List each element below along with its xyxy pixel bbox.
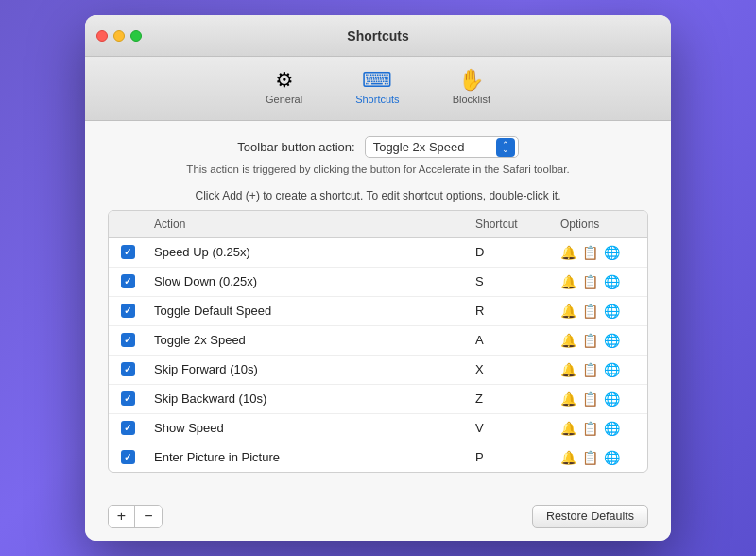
tab-general[interactable]: ⚙ General	[258, 66, 310, 109]
bell-icon-3[interactable]: 🔔	[560, 304, 576, 319]
row-check-1[interactable]	[109, 241, 146, 263]
bell-icon-1[interactable]: 🔔	[560, 245, 576, 260]
table-row: Enter Picture in Picture P 🔔 📋 🌐	[109, 443, 647, 472]
tab-blocklist-label: Blocklist	[453, 94, 490, 105]
tab-bar: ⚙ General ⌨ Shortcuts ✋ Blocklist	[85, 57, 671, 121]
note-icon-8[interactable]: 📋	[582, 450, 598, 465]
toolbar-action-row: Toolbar button action: Toggle 2x Speed T…	[108, 136, 648, 158]
row-action-3: Toggle Default Speed	[146, 299, 468, 322]
row-action-1: Speed Up (0.25x)	[146, 240, 468, 264]
remove-shortcut-button[interactable]: −	[135, 506, 162, 527]
table-row: Skip Forward (10s) X 🔔 📋 🌐	[109, 356, 647, 385]
row-shortcut-7: V	[468, 416, 553, 440]
row-action-5: Skip Forward (10s)	[146, 357, 468, 381]
checkbox-4[interactable]	[121, 333, 135, 347]
row-shortcut-3: R	[468, 299, 553, 322]
globe-icon-2[interactable]: 🌐	[604, 274, 620, 289]
bell-icon-5[interactable]: 🔔	[560, 362, 576, 377]
restore-defaults-button[interactable]: Restore Defaults	[532, 505, 648, 528]
note-icon-3[interactable]: 📋	[582, 304, 598, 319]
tab-shortcuts[interactable]: ⌨ Shortcuts	[348, 66, 406, 109]
col-header-check	[109, 215, 146, 234]
note-icon-2[interactable]: 📋	[582, 274, 598, 289]
globe-icon-7[interactable]: 🌐	[604, 421, 620, 436]
checkbox-7[interactable]	[121, 421, 135, 435]
checkbox-3[interactable]	[121, 304, 135, 318]
note-icon-6[interactable]: 📋	[582, 391, 598, 407]
row-check-3[interactable]	[109, 300, 146, 321]
globe-icon-5[interactable]: 🌐	[604, 362, 620, 377]
tab-blocklist[interactable]: ✋ Blocklist	[445, 66, 498, 109]
hand-icon: ✋	[458, 70, 484, 91]
table-row: Slow Down (0.25x) S 🔔 📋 🌐	[109, 268, 647, 297]
table-row: Toggle Default Speed R 🔔 📋 🌐	[109, 297, 647, 326]
keyboard-icon: ⌨	[362, 70, 392, 91]
row-action-7: Show Speed	[146, 416, 468, 440]
row-options-5: 🔔 📋 🌐	[553, 357, 647, 382]
row-check-8[interactable]	[109, 446, 146, 468]
row-shortcut-4: A	[468, 328, 553, 352]
action-hint: This action is triggered by clicking the…	[108, 162, 648, 177]
col-header-action: Action	[146, 215, 468, 234]
table-row: Show Speed V 🔔 📋 🌐	[109, 414, 647, 443]
toolbar-action-label: Toolbar button action:	[237, 140, 354, 154]
table-row: Skip Backward (10s) Z 🔔 📋 🌐	[109, 385, 647, 414]
checkbox-6[interactable]	[121, 391, 135, 406]
row-shortcut-5: X	[468, 357, 553, 381]
row-options-6: 🔔 📋 🌐	[553, 387, 647, 411]
row-check-2[interactable]	[109, 270, 146, 292]
action-select-wrapper: Toggle 2x Speed Toggle Default Speed Spe…	[365, 136, 519, 158]
bell-icon-2[interactable]: 🔔	[560, 274, 576, 289]
tab-general-label: General	[266, 94, 302, 105]
row-options-8: 🔔 📋 🌐	[553, 445, 647, 470]
bottom-bar: + − Restore Defaults	[85, 497, 671, 541]
globe-icon-1[interactable]: 🌐	[604, 245, 620, 260]
globe-icon-4[interactable]: 🌐	[604, 333, 620, 348]
row-check-4[interactable]	[109, 329, 146, 351]
globe-icon-6[interactable]: 🌐	[604, 391, 620, 407]
row-shortcut-8: P	[468, 445, 553, 469]
main-content: Toolbar button action: Toggle 2x Speed T…	[85, 121, 671, 496]
instruction-text: Click Add (+) to create a shortcut. To e…	[108, 189, 648, 202]
note-icon-4[interactable]: 📋	[582, 333, 598, 348]
maximize-button[interactable]	[130, 30, 142, 42]
toolbar-action-select[interactable]: Toggle 2x Speed Toggle Default Speed Spe…	[365, 136, 519, 158]
row-options-2: 🔔 📋 🌐	[553, 269, 647, 294]
traffic-lights	[96, 30, 142, 42]
globe-icon-3[interactable]: 🌐	[604, 304, 620, 319]
table-header: Action Shortcut Options	[109, 211, 647, 238]
gear-icon: ⚙	[275, 70, 294, 91]
row-shortcut-6: Z	[468, 387, 553, 410]
note-icon-7[interactable]: 📋	[582, 421, 598, 436]
row-action-4: Toggle 2x Speed	[146, 328, 468, 352]
minimize-button[interactable]	[113, 30, 125, 42]
window-title: Shortcuts	[347, 28, 408, 43]
table-row: Toggle 2x Speed A 🔔 📋 🌐	[109, 326, 647, 356]
note-icon-5[interactable]: 📋	[582, 362, 598, 377]
note-icon-1[interactable]: 📋	[582, 245, 598, 260]
row-check-6[interactable]	[109, 388, 146, 409]
bell-icon-8[interactable]: 🔔	[560, 450, 576, 465]
row-check-5[interactable]	[109, 358, 146, 380]
col-header-shortcut: Shortcut	[468, 215, 553, 234]
row-action-8: Enter Picture in Picture	[146, 445, 468, 469]
col-header-options: Options	[553, 215, 647, 234]
row-options-4: 🔔 📋 🌐	[553, 328, 647, 353]
bell-icon-4[interactable]: 🔔	[560, 333, 576, 348]
checkbox-5[interactable]	[121, 362, 135, 376]
main-window: Shortcuts ⚙ General ⌨ Shortcuts ✋ Blockl…	[85, 15, 671, 540]
row-options-3: 🔔 📋 🌐	[553, 299, 647, 323]
tab-shortcuts-label: Shortcuts	[355, 94, 399, 105]
checkbox-2[interactable]	[121, 274, 135, 288]
add-shortcut-button[interactable]: +	[109, 506, 135, 527]
bell-icon-7[interactable]: 🔔	[560, 421, 576, 436]
globe-icon-8[interactable]: 🌐	[604, 450, 620, 465]
checkbox-1[interactable]	[121, 245, 135, 259]
row-check-7[interactable]	[109, 417, 146, 439]
row-shortcut-1: D	[468, 240, 553, 264]
bell-icon-6[interactable]: 🔔	[560, 391, 576, 407]
close-button[interactable]	[96, 30, 108, 42]
row-options-7: 🔔 📋 🌐	[553, 416, 647, 441]
checkbox-8[interactable]	[121, 450, 135, 464]
titlebar: Shortcuts	[85, 15, 671, 57]
